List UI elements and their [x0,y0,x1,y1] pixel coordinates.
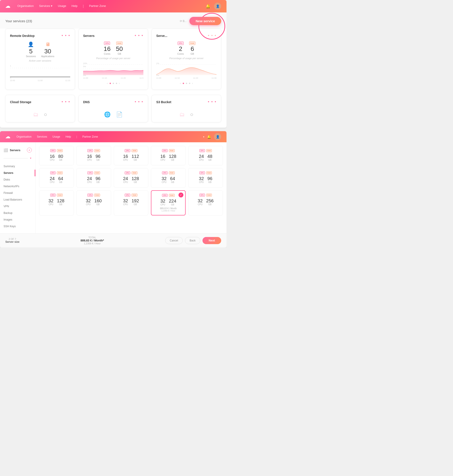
cancel-button[interactable]: Cancel [165,237,183,244]
card-menu-dots[interactable]: • • • [62,33,70,38]
sidebar-item-summary[interactable]: Summary [0,163,35,170]
page-dot[interactable] [110,83,111,84]
stat-gb: RAM 50 GB [116,42,123,55]
card-menu-dots[interactable]: • • • [208,99,217,104]
size-card-32-64[interactable]: CPU RAM 32 CPU 64 GB [151,168,186,188]
size-card-32-192[interactable]: CPU RAM 32 CPU 192 GB [114,190,149,215]
sidebar-item-load-balancers[interactable]: Load Balancers [0,196,35,203]
card-subtitle: Percentage of usage per server [156,57,217,60]
gb-label: GB [208,159,211,161]
next-button[interactable]: Next [203,237,221,244]
ram-badge: RAM [189,42,195,45]
top-navbar: ☁ Organisation Services Usage Help | Par… [0,0,226,13]
page-dot[interactable] [186,83,187,84]
cpu-value: 24 [123,176,128,181]
card-title: Serve... [156,34,167,38]
stat-label: GB [189,52,195,55]
size-card-16-112[interactable]: CPU RAM 16 CPU 112 GB [114,146,149,165]
page-dot[interactable] [113,83,114,84]
nav-partner-zone[interactable]: Partner Zone [83,135,98,138]
chart-label: 0% [83,74,86,77]
cpu-value: 24 [87,176,92,181]
server-size-selector: CPU RAM 16 CPU 80 GB [35,142,226,233]
card-menu-dots[interactable]: • • • [62,99,70,104]
gb-label: GB [134,181,137,183]
stat-cores: CPU 2 Cores [177,42,184,55]
size-card-16-128[interactable]: CPU RAM 16 CPU 128 GB [151,146,186,165]
filter-bar [4,158,28,158]
prev-arrow[interactable]: ‹ [107,82,108,85]
cpu-value: 32 [198,198,203,203]
add-server-button[interactable]: + [27,148,32,153]
bell-icon[interactable]: 🔔 [207,135,211,139]
nav-help[interactable]: Help [66,135,71,138]
back-button[interactable]: Back [185,237,200,244]
gb-label: GB [171,203,174,206]
size-card-32-160[interactable]: CPU RAM 32 CPU 160 GB [77,190,111,215]
nav-services[interactable]: Services [37,135,47,138]
card-menu-dots[interactable]: • • • [135,33,143,38]
cpu-badge: CPU [50,171,56,174]
size-card-16-96[interactable]: CPU RAM 16 CPU 96 GB [77,146,111,165]
service-card-s3[interactable]: S3 Bucket • • • 🗂 ○ [152,95,221,122]
nav-separator: | [76,135,77,138]
cpu-value: 16 [50,154,55,159]
sidebar-item-vpn[interactable]: VPN [0,203,35,210]
service-card-serverless[interactable]: Serve... • • • CPU 2 Cores RAM 6 GB [152,29,221,90]
card-menu-dots[interactable]: • • • [135,99,143,104]
size-card-24-128[interactable]: CPU RAM 24 CPU 128 GB [114,168,149,188]
size-card-24-48[interactable]: CPU RAM 24 CPU 48 GB [188,146,223,165]
step-label: 2 OF 7 [5,238,19,240]
sidebar-item-disks[interactable]: Disks [0,176,35,183]
sidebar-item-images[interactable]: Images [0,216,35,223]
sidebar-item-firewall[interactable]: Firewall [0,190,35,196]
sidebar-item-ssh-keys[interactable]: SSH Keys [0,223,35,230]
sidebar-item-networks[interactable]: Networks/IPs [0,183,35,190]
stat-apps: 🖥 30 Applications [41,42,54,57]
size-card-16-80[interactable]: CPU RAM 16 CPU 80 GB [39,146,74,165]
service-card-servers[interactable]: Servers • • • CPU 16 Cores RAM 50 GB [78,29,148,90]
service-card-remote-desktop[interactable]: Remote Desktop • • • 👤 5 Sessions 🖥 30 A… [5,29,75,90]
size-card-24-64[interactable]: CPU RAM 24 CPU 64 GB [39,168,74,188]
sidebar-item-servers[interactable]: Servers [0,170,35,176]
wizard-buttons: Cancel Back Next [165,237,221,244]
size-card-32-256[interactable]: CPU RAM 32 CPU 256 GB [188,190,223,215]
nav-partner-zone[interactable]: Partner Zone [89,4,106,8]
nav-usage[interactable]: Usage [58,4,66,8]
avatar[interactable]: 👤 [214,3,221,10]
nav-services[interactable]: Services [39,4,52,8]
nav-usage[interactable]: Usage [52,135,60,138]
page-dot[interactable] [183,83,184,84]
wizard-total: TOTAL 889,63 € / Month* 1,2356 € / Hour [80,236,104,245]
service-card-dns[interactable]: DNS • • • 🌐 📄 [78,95,148,122]
size-card-32-96[interactable]: CPU RAM 32 CPU 96 GB [188,168,223,188]
sidebar-item-backup[interactable]: Backup [0,210,35,216]
card-menu-dots[interactable]: • • • [208,33,217,38]
size-card-32-128[interactable]: CPU RAM 32 CPU 128 GB [39,190,74,215]
gb-value: 64 [58,176,63,181]
dropdown-arrow[interactable]: ▾ [203,136,204,138]
size-card-24-96[interactable]: CPU RAM 24 CPU 96 GB [77,168,111,188]
nav-organisation[interactable]: Organisation [16,135,32,138]
avatar[interactable]: 👤 [214,133,221,140]
size-card-32-224[interactable]: ✓ CPU RAM 32 CPU 224 GB [151,190,186,215]
circle-icon: ○ [190,111,193,118]
nav-separator: | [83,4,84,8]
new-service-button[interactable]: New service [189,17,221,25]
cpu-label: CPU [123,159,128,161]
cpu-badge: CPU [50,194,56,197]
filter-arrow[interactable]: ▼ [29,157,32,159]
service-card-cloud-storage[interactable]: Cloud Storage • • • 🗂 ○ [5,95,75,122]
next-arrow[interactable]: › [119,82,120,85]
stat-sessions: 👤 5 Sessions [26,42,36,57]
bell-icon[interactable]: 🔔 [205,4,211,9]
next-arrow[interactable]: › [192,82,193,85]
nav-organisation[interactable]: Organisation [17,4,34,8]
cpu-value: 32 [49,198,53,203]
page-dot[interactable] [189,83,190,84]
nav-help[interactable]: Help [71,4,78,8]
sidebar-filter: ▼ [0,156,35,163]
monitor-icon: 🖥 [41,42,54,47]
page-dot[interactable] [116,83,117,84]
prev-arrow[interactable]: ‹ [180,82,181,85]
